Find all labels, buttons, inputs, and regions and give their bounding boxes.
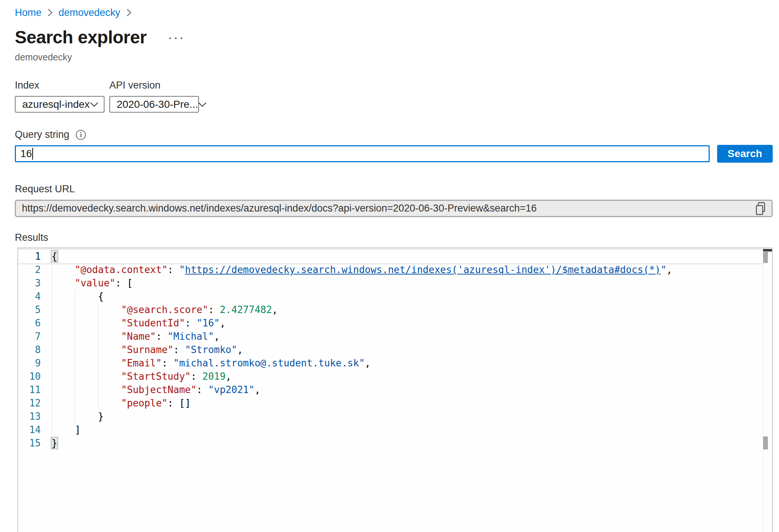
- code-lines: 1{2 "@odata.context": "https://demovedec…: [18, 248, 772, 450]
- page-subtitle: demovedecky: [15, 52, 779, 63]
- request-url-value: https://demovedecky.search.windows.net/i…: [22, 203, 537, 214]
- line-number: 12: [18, 396, 41, 410]
- line-number: 2: [18, 263, 41, 276]
- chevron-right-icon: [47, 9, 53, 17]
- line-number: 9: [18, 356, 41, 370]
- search-explorer-page: Home demovedecky Search explorer ··· dem…: [0, 0, 779, 532]
- line-number: 13: [18, 410, 41, 423]
- code-line: 11 "SubjectName": "vp2021",: [18, 383, 772, 396]
- line-number: 1: [18, 250, 41, 263]
- line-number: 4: [18, 290, 41, 303]
- line-number: 15: [18, 436, 41, 450]
- code-line: 4 {: [18, 290, 772, 303]
- line-number: 8: [18, 343, 41, 356]
- code-line: 9 "Email": "michal.stromko@.student.tuke…: [18, 356, 772, 370]
- breadcrumb: Home demovedecky: [15, 6, 779, 19]
- code-line: 12 "people": []: [18, 396, 772, 410]
- code-line: 13 }: [18, 410, 772, 423]
- code-line: 7 "Name": "Michal",: [18, 330, 772, 343]
- request-url-field: https://demovedecky.search.windows.net/i…: [15, 200, 773, 217]
- code-line: 8 "Surname": "Stromko",: [18, 343, 772, 356]
- breadcrumb-service-link[interactable]: demovedecky: [59, 7, 120, 19]
- code-line: 14 ]: [18, 423, 772, 436]
- line-number: 10: [18, 370, 41, 383]
- chevron-right-icon: [126, 9, 132, 17]
- code-line: 3 "value": [: [18, 276, 772, 290]
- index-dropdown[interactable]: azuresql-index: [15, 96, 105, 113]
- line-number: 11: [18, 383, 41, 396]
- line-number: 5: [18, 303, 41, 316]
- index-label: Index: [15, 80, 105, 91]
- code-line: 10 "StartStudy": 2019,: [18, 370, 772, 383]
- chevron-down-icon: [90, 102, 99, 107]
- scrollbar-thumb[interactable]: [763, 436, 768, 449]
- line-number: 6: [18, 316, 41, 330]
- code-line: 5 "@search.score": 2.4277482,: [18, 303, 772, 316]
- chevron-down-icon: [198, 102, 207, 107]
- line-number: 7: [18, 330, 41, 343]
- breadcrumb-home-link[interactable]: Home: [15, 7, 42, 19]
- api-version-dropdown[interactable]: 2020-06-30-Pre...: [109, 96, 199, 113]
- line-number: 14: [18, 423, 41, 436]
- code-line: 2 "@odata.context": "https://demovedecky…: [18, 263, 772, 276]
- query-input-value: 16: [20, 148, 32, 160]
- request-url-label: Request URL: [15, 183, 779, 195]
- search-button[interactable]: Search: [717, 145, 773, 163]
- code-line: 1{: [18, 250, 772, 263]
- results-label: Results: [15, 232, 779, 243]
- code-line: 15}: [18, 436, 772, 450]
- scrollbar-track: [763, 248, 763, 532]
- code-line: 6 "StudentId": "16",: [18, 316, 772, 330]
- line-number: 3: [18, 276, 41, 290]
- query-input[interactable]: 16: [15, 145, 710, 162]
- more-options-button[interactable]: ···: [168, 33, 185, 41]
- query-string-label: Query string: [15, 129, 69, 140]
- results-json-editor[interactable]: 1{2 "@odata.context": "https://demovedec…: [17, 247, 773, 532]
- index-dropdown-value: azuresql-index: [22, 99, 90, 110]
- scrollbar-thumb[interactable]: [763, 251, 768, 263]
- info-icon[interactable]: [75, 129, 86, 140]
- api-version-dropdown-value: 2020-06-30-Pre...: [117, 99, 198, 110]
- page-title: Search explorer: [15, 27, 146, 47]
- text-caret: [32, 148, 33, 160]
- copy-icon[interactable]: [755, 202, 766, 216]
- api-version-label: API version: [109, 80, 199, 91]
